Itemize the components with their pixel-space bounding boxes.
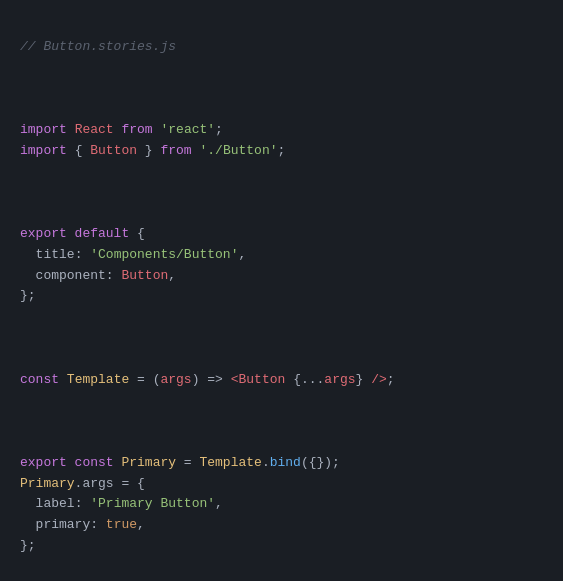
primary-args-line: Primary.args = { (20, 476, 145, 491)
primary-primary-line: primary: true, (20, 517, 145, 532)
close-default-line: }; (20, 288, 36, 303)
template-line: const Template = (args) => <Button {...a… (20, 372, 395, 387)
import-button-line: import { Button } from './Button'; (20, 143, 285, 158)
export-primary-line: export const Primary = Template.bind({})… (20, 455, 340, 470)
primary-label-line: label: 'Primary Button', (20, 496, 223, 511)
component-line: component: Button, (20, 268, 176, 283)
title-line: title: 'Components/Button', (20, 247, 246, 262)
comment-line: // Button.stories.js (20, 39, 176, 54)
code-editor: // Button.stories.js import React from '… (20, 16, 543, 581)
close-primary-line: }; (20, 538, 36, 553)
export-default-line: export default { (20, 226, 145, 241)
import-react-line: import React from 'react'; (20, 122, 223, 137)
